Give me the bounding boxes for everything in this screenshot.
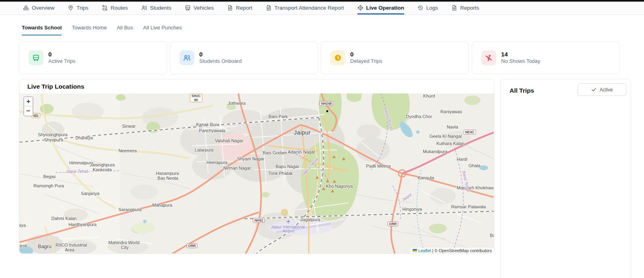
nav-item-label: Vehicles <box>194 5 214 11</box>
map-base-tiles <box>19 93 494 254</box>
trips-panel-title: All Trips <box>510 85 534 94</box>
nav-item-students[interactable]: Students <box>141 2 171 15</box>
stat-text: 0Delayed Trips <box>350 51 382 65</box>
nav-item-logs[interactable]: Logs <box>417 2 438 15</box>
subtab-all-live-punches[interactable]: All Live Punches <box>143 19 182 35</box>
peak-icon <box>326 180 329 183</box>
bus-icon <box>185 5 191 11</box>
nav-item-label: Students <box>150 5 171 11</box>
stat-label: Active Trips <box>48 58 75 65</box>
subtab-towards-home[interactable]: Towards Home <box>72 19 107 35</box>
trips-panel-header: All Trips Active <box>501 79 631 96</box>
nav-item-label: Routes <box>111 5 128 11</box>
active-filter-button[interactable]: Active <box>578 83 626 96</box>
nav-item-transport-attendance-report[interactable]: Transport Attendance Report <box>266 2 344 15</box>
attribution-separator: | <box>432 248 433 253</box>
peak-icon <box>316 176 319 179</box>
nav-item-label: Reports <box>460 5 479 11</box>
road-badge-orr: ORR <box>388 222 398 226</box>
nav-item-label: Trips <box>76 5 89 11</box>
stat-text: 0Students Onboard <box>199 51 242 65</box>
document-icon <box>451 5 457 11</box>
document-icon <box>266 5 272 11</box>
live-location-icon <box>357 5 363 11</box>
nav-item-label: Transport Attendance Report <box>275 5 344 11</box>
bus-icon <box>29 50 43 65</box>
map-zoom-control: + − <box>23 96 33 116</box>
binoculars-icon <box>23 5 29 11</box>
stat-value: 0 <box>199 51 242 58</box>
all-trips-panel: All Trips Active <box>500 79 631 278</box>
nav-item-vehicles[interactable]: Vehicles <box>185 2 214 15</box>
person-x-icon <box>485 54 493 62</box>
peak-icon <box>332 156 336 158</box>
students-icon <box>180 50 194 65</box>
map-pin-icon <box>68 5 74 11</box>
nav-item-label: Live Operation <box>366 5 405 11</box>
stat-value: 14 <box>501 51 540 58</box>
peak-icon <box>322 187 325 190</box>
sub-tabs: Towards SchoolTowards HomeAll BusAll Liv… <box>0 19 644 36</box>
person-x-icon <box>481 50 496 65</box>
nav-item-report[interactable]: Report <box>227 2 252 15</box>
main-nav: OverviewTripsRoutesStudentsVehiclesRepor… <box>0 2 644 15</box>
trip-location-dot[interactable] <box>326 110 328 112</box>
leaflet-link[interactable]: Leaflet <box>418 248 431 253</box>
stat-card-delayed-trips: 0Delayed Trips <box>321 41 469 74</box>
active-filter-label: Active <box>600 87 613 93</box>
live-operation-page: OverviewTripsRoutesStudentsVehiclesRepor… <box>0 0 644 278</box>
stat-text: 0Active Trips <box>48 51 75 65</box>
nav-item-label: Logs <box>426 5 438 11</box>
stat-text: 14No Shows Today <box>501 51 540 65</box>
stat-card-active-trips: 0Active Trips <box>19 41 167 74</box>
check-icon <box>591 87 597 92</box>
stat-value: 0 <box>48 51 75 58</box>
subtab-all-bus[interactable]: All Bus <box>117 19 133 35</box>
stat-label: Delayed Trips <box>350 58 382 65</box>
students-icon <box>183 54 191 62</box>
zoom-out-button[interactable]: − <box>24 106 33 116</box>
nav-item-label: Report <box>236 5 252 11</box>
airport-icon: ✈ <box>285 220 291 224</box>
stat-cards-row: 0Active Trips0Students Onboard0Delayed T… <box>19 41 620 74</box>
stat-card-students-onboard: 0Students Onboard <box>170 41 318 74</box>
nav-item-label: Overview <box>32 5 54 11</box>
document-icon <box>227 5 233 11</box>
map-attribution: Leaflet | © OpenStreetMap contributors <box>411 248 494 254</box>
leaflet-flag-icon <box>413 249 417 252</box>
clock-icon <box>334 54 342 62</box>
map-section-title: Live Trip Locations <box>19 79 494 93</box>
route-icon <box>102 5 108 11</box>
clock-icon <box>330 50 345 65</box>
road-badge-orr: ORR <box>187 243 198 248</box>
stat-card-no-shows-today: 14No Shows Today <box>472 41 620 74</box>
road-badge-nh52: NH52 <box>253 218 265 223</box>
students-icon <box>141 5 147 11</box>
stat-label: No Shows Today <box>501 58 540 65</box>
osm-copyright[interactable]: © OpenStreetMap contributors <box>434 248 492 253</box>
nav-item-trips[interactable]: Trips <box>68 2 89 15</box>
road-badge-sh2c-90: SH2C 90 <box>190 93 202 102</box>
peak-icon <box>331 190 334 193</box>
road-badge-ne4c: NE4C <box>464 130 476 135</box>
bus-icon <box>32 54 40 62</box>
leaflet-map[interactable]: JothwaraKhurdBani ParkRaniyawasDyodha Ch… <box>19 93 494 254</box>
peak-icon <box>342 158 345 160</box>
nav-item-routes[interactable]: Routes <box>102 2 128 15</box>
history-icon <box>417 5 423 11</box>
nav-item-live-operation[interactable]: Live Operation <box>357 2 405 15</box>
nav-item-overview[interactable]: Overview <box>23 2 54 15</box>
stat-value: 0 <box>350 51 382 58</box>
road-badge-nh248: NH248 <box>320 101 333 106</box>
stat-label: Students Onboard <box>199 58 242 65</box>
peak-icon <box>333 180 336 183</box>
nav-item-reports[interactable]: Reports <box>451 2 479 15</box>
subtab-towards-school[interactable]: Towards School <box>22 19 62 35</box>
live-trip-locations-card: Live Trip Locations <box>19 79 494 254</box>
zoom-in-button[interactable]: + <box>24 97 33 106</box>
